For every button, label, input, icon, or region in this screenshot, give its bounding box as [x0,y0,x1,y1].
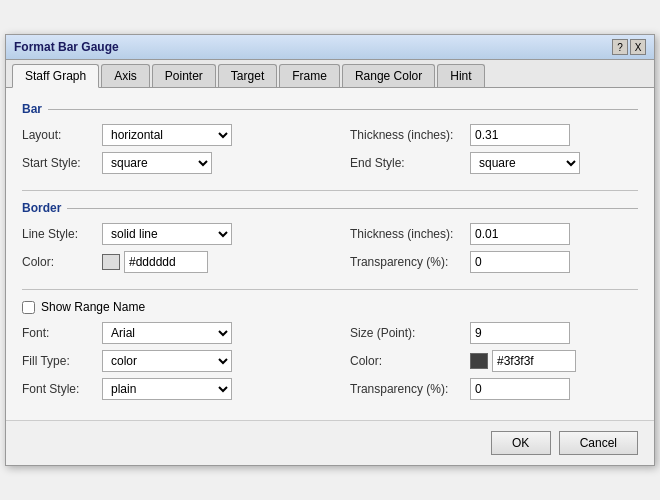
show-range-row: Show Range Name [22,300,638,314]
range-transparency-input[interactable] [470,378,570,400]
tab-content: Bar Layout: horizontal vertical Start St… [6,88,654,420]
bar-right-col: Thickness (inches): End Style: square ro… [330,124,638,180]
border-rows: Line Style: solid line dashed dotted non… [22,223,638,279]
border-color-swatch[interactable] [102,254,120,270]
range-color-label: Color: [350,354,470,368]
range-color-row: Color: [330,350,638,372]
border-color-picker [102,251,208,273]
size-row: Size (Point): [330,322,638,344]
font-style-select[interactable]: plain bold italic bold italic [102,378,232,400]
border-right: Thickness (inches): Transparency (%): [330,223,638,279]
line-style-row: Line Style: solid line dashed dotted non… [22,223,330,245]
thickness-input[interactable] [470,124,570,146]
layout-select[interactable]: horizontal vertical [102,124,232,146]
thickness-row: Thickness (inches): [330,124,638,146]
ok-button[interactable]: OK [491,431,551,455]
range-color-input[interactable] [492,350,576,372]
bar-row-1: Layout: horizontal vertical Start Style:… [22,124,638,180]
border-thickness-label: Thickness (inches): [350,227,470,241]
border-color-label: Color: [22,255,102,269]
range-transparency-row: Transparency (%): [330,378,638,400]
range-settings-rows: Font: Arial Times New Roman Courier Fill… [22,322,638,406]
format-bar-gauge-dialog: Format Bar Gauge ? X Staff Graph Axis Po… [5,34,655,466]
layout-row: Layout: horizontal vertical [22,124,330,146]
border-thickness-row: Thickness (inches): [330,223,638,245]
divider-2 [22,289,638,290]
title-bar: Format Bar Gauge ? X [6,35,654,60]
tab-target[interactable]: Target [218,64,277,87]
bar-left-col: Layout: horizontal vertical Start Style:… [22,124,330,180]
title-bar-buttons: ? X [612,39,646,55]
help-button[interactable]: ? [612,39,628,55]
font-row: Font: Arial Times New Roman Courier [22,322,330,344]
border-color-row: Color: [22,251,330,273]
line-style-select[interactable]: solid line dashed dotted none [102,223,232,245]
font-select[interactable]: Arial Times New Roman Courier [102,322,232,344]
range-right: Size (Point): Color: Transparency (%): [330,322,638,406]
tab-frame[interactable]: Frame [279,64,340,87]
start-style-label: Start Style: [22,156,102,170]
cancel-button[interactable]: Cancel [559,431,638,455]
end-style-select[interactable]: square round arrow [470,152,580,174]
border-thickness-input[interactable] [470,223,570,245]
tab-pointer[interactable]: Pointer [152,64,216,87]
border-section-label: Border [22,201,638,215]
layout-label: Layout: [22,128,102,142]
tab-axis[interactable]: Axis [101,64,150,87]
border-transparency-input[interactable] [470,251,570,273]
border-transparency-row: Transparency (%): [330,251,638,273]
dialog-footer: OK Cancel [6,420,654,465]
fill-type-label: Fill Type: [22,354,102,368]
bar-section-label: Bar [22,102,638,116]
border-transparency-label: Transparency (%): [350,255,470,269]
tab-hint[interactable]: Hint [437,64,484,87]
divider-1 [22,190,638,191]
tab-staff-graph[interactable]: Staff Graph [12,64,99,88]
font-style-row: Font Style: plain bold italic bold itali… [22,378,330,400]
fill-type-row: Fill Type: color gradient none [22,350,330,372]
dialog-title: Format Bar Gauge [14,40,119,54]
fill-type-select[interactable]: color gradient none [102,350,232,372]
end-style-row: End Style: square round arrow [330,152,638,174]
font-label: Font: [22,326,102,340]
border-left: Line Style: solid line dashed dotted non… [22,223,330,279]
show-range-checkbox[interactable] [22,301,35,314]
tab-range-color[interactable]: Range Color [342,64,435,87]
start-style-row: Start Style: square round arrow [22,152,330,174]
show-range-label: Show Range Name [41,300,145,314]
close-button[interactable]: X [630,39,646,55]
thickness-label: Thickness (inches): [350,128,470,142]
range-left: Font: Arial Times New Roman Courier Fill… [22,322,330,406]
tab-bar: Staff Graph Axis Pointer Target Frame Ra… [6,60,654,88]
border-color-input[interactable] [124,251,208,273]
line-style-label: Line Style: [22,227,102,241]
size-input[interactable] [470,322,570,344]
size-label: Size (Point): [350,326,470,340]
end-style-label: End Style: [350,156,470,170]
range-color-swatch[interactable] [470,353,488,369]
range-transparency-label: Transparency (%): [350,382,470,396]
range-color-picker [470,350,576,372]
start-style-select[interactable]: square round arrow [102,152,212,174]
font-style-label: Font Style: [22,382,102,396]
